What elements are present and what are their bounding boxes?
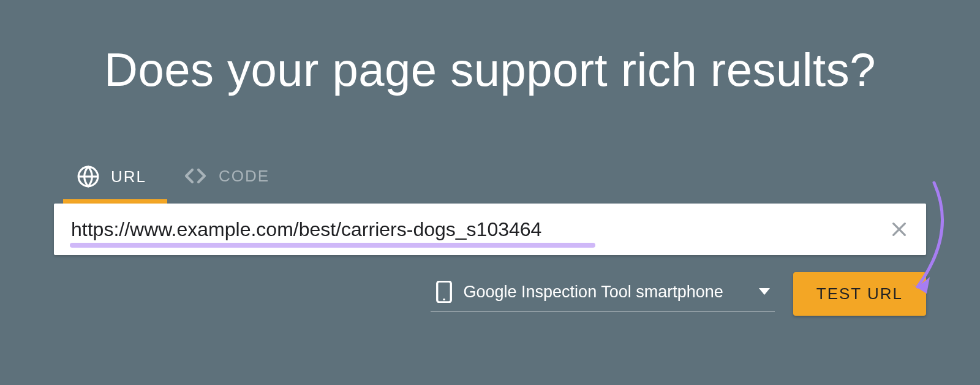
tab-url-label: URL	[111, 167, 146, 186]
tab-code-label: CODE	[219, 167, 270, 186]
svg-marker-5	[759, 288, 770, 295]
url-input[interactable]	[71, 218, 889, 241]
user-agent-select[interactable]: Google Inspection Tool smartphone	[431, 276, 775, 312]
tab-url[interactable]: URL	[77, 165, 146, 200]
code-icon	[183, 164, 208, 188]
smartphone-icon	[435, 281, 453, 303]
bottom-controls: Google Inspection Tool smartphone TEST U…	[0, 272, 926, 316]
page-heading: Does your page support rich results?	[0, 0, 980, 96]
chevron-down-icon	[759, 288, 770, 295]
clear-input-icon[interactable]	[889, 219, 909, 239]
svg-point-4	[443, 299, 445, 300]
globe-icon	[77, 165, 100, 188]
annotation-underline	[70, 243, 595, 248]
input-mode-tabs: URL CODE	[77, 164, 980, 200]
user-agent-label: Google Inspection Tool smartphone	[464, 283, 723, 302]
url-input-container	[54, 204, 926, 255]
test-url-button[interactable]: TEST URL	[793, 272, 926, 316]
tab-code[interactable]: CODE	[183, 164, 270, 200]
